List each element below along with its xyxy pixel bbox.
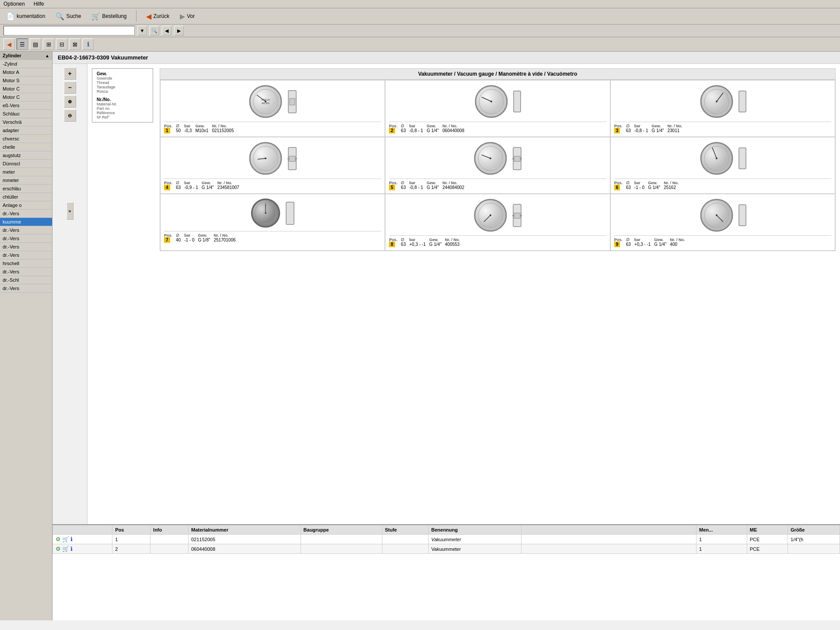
svg-rect-49 [514,213,520,218]
table-row[interactable]: ⚙ 🛒 ℹ 1 021152005 Vakuummeter 1 [53,535,840,544]
diagram-main[interactable]: Gew. Gewinde Thread Taraudage Rosca Nr./… [88,64,840,524]
forward-addr-btn[interactable]: ▶ [174,26,184,35]
info-row-icon-2[interactable]: ℹ [70,546,73,552]
sidebar-item-9[interactable]: adapter [0,126,52,135]
filter-view-btn[interactable]: ⊠ [69,38,80,50]
gauge-cell-6[interactable]: Pos.6 ∅63 bar-1 - 0 Gew.G 1/4" Nr. / No.… [610,137,835,194]
row-2-me: PCE [747,544,788,554]
legend-nr-1: Material-Nr. [97,102,148,106]
menu-hilfe[interactable]: Hilfe [34,1,44,7]
gauge-cell-2[interactable]: Pos.2 ∅63 bar-0,8 - 1 Gew.G 1/4" Nr. / N… [385,80,610,137]
info-row-icon[interactable]: ℹ [70,536,73,542]
col-materialnummer[interactable]: Materialnummer [188,525,301,535]
zoom-in-btn[interactable]: + [64,67,76,80]
sidebar-item-22[interactable]: dr.-Vers [0,234,52,243]
row-2-materialnummer: 060440008 [188,544,301,554]
gauge-connector-3 [738,91,746,112]
list-view-btn[interactable]: ☰ [17,38,28,50]
zoom-fit-btn[interactable]: ⊕ [64,95,76,108]
col-benennung[interactable]: Benennung [428,525,521,535]
info-view-btn[interactable]: ℹ [82,38,94,50]
table-row[interactable]: ⚙ 🛒 ℹ 2 060440008 Vakuummeter 1 [53,544,840,554]
sidebar-item-6[interactable]: eß-Vers [0,102,52,110]
sidebar-item-4[interactable]: Motor C [0,85,52,93]
cart-row-icon-2[interactable]: 🛒 [62,546,69,552]
sidebar-item-20[interactable]: kuumme [0,218,52,226]
sidebar-item-8[interactable]: Verschrä [0,118,52,126]
gear-icon-2[interactable]: ⚙ [56,546,61,552]
row-2-groesse [788,544,840,554]
row-2-menge: 1 [696,544,747,554]
sidebar-item-21[interactable]: dr.-Vers [0,226,52,234]
menu-optionen[interactable]: Optionen [4,1,25,7]
sidebar-item-1[interactable]: -Zylind [0,60,52,68]
detail-view-btn[interactable]: ▤ [30,38,41,50]
sidebar-item-24[interactable]: dr.-Vers [0,251,52,259]
back-addr-btn[interactable]: ◀ [162,26,172,35]
dropdown-btn[interactable]: ▼ [137,26,147,35]
gauge-cell-4[interactable]: Pos.4 ∅63 bar-0,9 - 1 Gew.G 1/4" Nr. / N… [160,137,385,194]
zoom-out-btn[interactable]: − [64,81,76,94]
sidebar-item-14[interactable]: meter [0,168,52,176]
sidebar-item-5[interactable]: Motor C [0,93,52,102]
sidebar-item-7[interactable]: Schläuc [0,110,52,118]
zoom-reset-btn[interactable]: ⊖ [64,109,76,122]
legend-gew-title: Gew. [97,71,148,76]
col-info[interactable]: Info [150,525,189,535]
row-1-spacer [522,535,696,544]
nav-left-btn[interactable]: ◀ [4,38,15,50]
sidebar-item-2[interactable]: Motor A [0,68,52,77]
sidebar-item-3[interactable]: Motor S [0,77,52,85]
dokumentation-button[interactable]: 📄 kumentation [4,11,48,21]
svg-point-42 [265,212,266,214]
sidebar-item-17[interactable]: chtüller [0,193,52,201]
pos-badge-5: 5 [389,185,395,190]
sidebar-item-19[interactable]: dr.-Vers [0,210,52,218]
gauge-cell-8[interactable]: Pos.8 ∅63 bar+0,3 - -1 Gew.G 1/4" Nr. / … [385,194,610,251]
gauge-cell-5[interactable]: Pos.5 ∅63 bar-0,8 - 1 Gew.G 1/4" Nr. / N… [385,137,610,194]
gauge-cell-1[interactable]: VAKUU METER [160,80,385,137]
expand-icon: ▲ [45,53,49,58]
thumb-view-btn[interactable]: ⊟ [56,38,67,50]
sidebar-item-23[interactable]: dr.-Vers [0,243,52,251]
col-groesse[interactable]: Größe [788,525,840,535]
gauge-data-3: Pos.3 ∅63 bar-0,8 - 1 Gew.G 1/4" Nr. / N… [614,122,831,133]
address-input[interactable] [4,26,135,35]
sidebar: Zylinder ▲ -Zylind Motor A Motor S Motor… [0,52,52,620]
gear-icon[interactable]: ⚙ [56,536,61,542]
suche-button[interactable]: 🔍 Suche [53,11,84,21]
sidebar-item-16[interactable]: erschläu [0,185,52,193]
col-menge[interactable]: Men... [696,525,747,535]
search-addr-btn[interactable]: 🔍 [150,26,159,35]
sidebar-item-25[interactable]: hrschell [0,259,52,268]
sidebar-item-18[interactable]: Anlage o [0,201,52,210]
vor-button[interactable]: ▶ Vor [177,11,197,21]
sidebar-item-28[interactable]: dr.-Vers [0,284,52,293]
sidebar-item-12[interactable]: augstutz [0,151,52,160]
col-baugruppe[interactable]: Baugruppe [301,525,382,535]
sidebar-header-zylinder[interactable]: Zylinder ▲ [0,52,52,60]
gauge-cell-7[interactable]: Pos.7 ∅40 bar-1 - 0 Gew.G 1/8" Nr. / No.… [160,194,385,251]
bestellung-button[interactable]: 🛒 Bestellung [89,11,129,21]
gauge-cell-9[interactable]: Pos.9 ∅63 bar+0,3 - -1 Gew.G 1/4" Nr. / … [610,194,835,251]
gauge-cell-3[interactable]: Pos.3 ∅63 bar-0,8 - 1 Gew.G 1/4" Nr. / N… [610,80,835,137]
svg-rect-17 [739,91,746,112]
svg-rect-12 [514,91,521,112]
zuruck-button[interactable]: ◀ Zurück [144,11,172,21]
col-pos[interactable]: Pos [112,525,150,535]
pos-badge-8: 8 [389,242,395,247]
sidebar-item-15[interactable]: mmeter [0,176,52,185]
sidebar-item-11[interactable]: chelle [0,143,52,151]
col-me[interactable]: ME [747,525,788,535]
gauge-svg-6 [699,141,734,176]
sidebar-item-10[interactable]: chversc [0,135,52,143]
columns-view-btn[interactable]: ⊞ [43,38,54,50]
sidebar-item-26[interactable]: dr.-Vers [0,268,52,276]
col-stufe[interactable]: Stufe [382,525,428,535]
sidebar-item-27[interactable]: dr.-Schl [0,276,52,284]
svg-rect-43 [286,202,294,224]
legend-box: Gew. Gewinde Thread Taraudage Rosca Nr./… [92,68,153,122]
sidebar-item-13[interactable]: Dünnscl [0,160,52,168]
cart-row-icon[interactable]: 🛒 [62,536,69,542]
sidebar-collapse-btn[interactable]: » [66,202,74,220]
